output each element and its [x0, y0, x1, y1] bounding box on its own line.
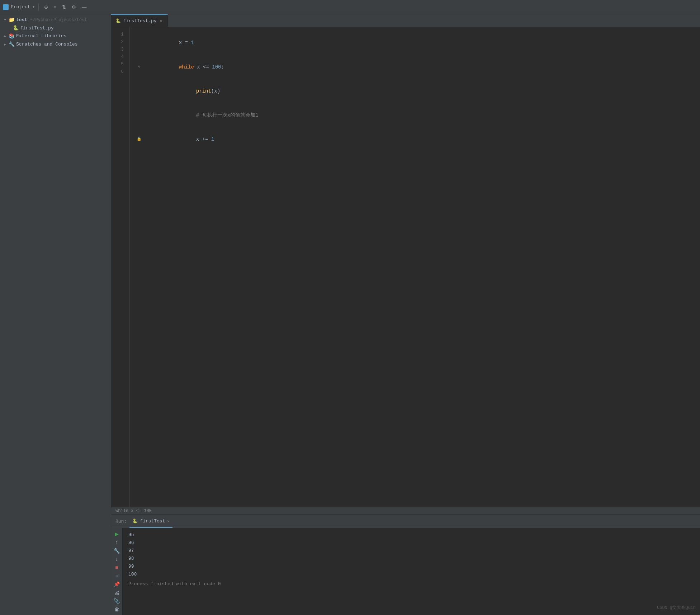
run-trash-btn[interactable]: 🗑	[112, 606, 122, 613]
code-text-1: x = 1	[143, 31, 194, 55]
run-scroll-down-btn[interactable]: ↓	[112, 555, 122, 562]
tab-close-btn[interactable]: ✕	[159, 18, 164, 24]
line-num-2: 2	[111, 38, 127, 46]
sidebar: ▼ 📁 test ~/PycharmProjects/test 🐍 firstT…	[0, 14, 111, 615]
var-x-5: x	[196, 136, 199, 142]
editor-tab-firsttest[interactable]: 🐍 firstTest.py ✕	[111, 14, 168, 27]
settings-btn[interactable]: ⚙	[70, 3, 78, 11]
run-label: Run:	[115, 519, 127, 524]
run-wrench-btn[interactable]: 🔧	[112, 547, 122, 554]
run-wrap-btn[interactable]: ≡	[112, 572, 122, 579]
num-1: 1	[191, 40, 194, 46]
sidebar-scratches-label: Scratches and Consoles	[16, 42, 78, 47]
run-pin-btn[interactable]: 📌	[112, 581, 122, 587]
op-pluseq: +=	[199, 136, 211, 142]
var-x: x	[179, 40, 182, 46]
navigate-btn[interactable]: ⊕	[42, 3, 50, 11]
code-editor[interactable]: 1 2 3 4 5 6 x = 1 ▽	[111, 27, 700, 507]
sidebar-folder-name: test	[16, 17, 27, 23]
comment-4: # 每执行一次x的值就会加1	[196, 112, 259, 118]
run-tab-firsttest[interactable]: 🐍 firstTest ✕	[129, 515, 172, 528]
project-dropdown-arrow[interactable]: ▼	[33, 5, 35, 9]
code-text-5: x += 1	[143, 127, 214, 151]
num-1-5: 1	[211, 136, 214, 142]
output-line-99: 99	[128, 563, 694, 571]
code-text-4: # 每执行一次x的值就会加1	[143, 103, 258, 127]
watermark: CSDN @文大奇Quin	[657, 605, 696, 611]
op-colon: :	[221, 64, 224, 70]
sidebar-item-test-folder[interactable]: ▼ 📁 test ~/PycharmProjects/test	[0, 16, 111, 24]
run-play-btn[interactable]: ▶	[112, 530, 122, 537]
tab-label: firstTest.py	[123, 18, 157, 24]
folder-icon: 📁	[9, 17, 15, 23]
code-line-5: 🔒 x += 1	[136, 127, 700, 151]
library-icon: 📚	[9, 33, 15, 39]
code-line-3: print(x)	[136, 79, 700, 103]
line-num-6: 6	[111, 68, 127, 76]
hierarchy-btn[interactable]: ⇅	[60, 3, 68, 11]
sidebar-libs-label: External Libraries	[16, 33, 66, 39]
run-panel: Run: 🐍 firstTest ✕ ▶ ↑ 🔧 ↓ ■ ≡ 📌 🖨	[111, 515, 700, 615]
top-toolbar: Project ▼ ⊕ ≡ ⇅ ⚙ —	[0, 0, 700, 14]
code-text-3: print(x)	[143, 79, 220, 103]
op-space: x <=	[194, 64, 212, 70]
chevron-down-icon: ▼	[3, 18, 7, 22]
chevron-right-icon: ▶	[3, 34, 7, 38]
code-content[interactable]: x = 1 ▽ while x <= 100: print(x)	[130, 27, 700, 507]
chevron-right-icon-2: ▶	[3, 42, 7, 47]
code-line-1: x = 1	[136, 31, 700, 55]
code-text-6	[143, 151, 146, 159]
output-line-96: 96	[128, 539, 694, 547]
sidebar-folder-path: ~/PycharmProjects/test	[30, 18, 87, 23]
num-100: 100	[212, 64, 221, 70]
line-num-3: 3	[111, 46, 127, 53]
run-tab-python-icon: 🐍	[132, 518, 138, 524]
kw-while: while	[179, 64, 194, 70]
project-label: Project	[11, 4, 30, 10]
fn-print: print	[196, 88, 211, 94]
code-line-2: ▽ while x <= 100:	[136, 55, 700, 79]
sidebar-item-external-libs[interactable]: ▶ 📚 External Libraries	[0, 32, 111, 40]
run-scroll-up-btn[interactable]: ↑	[112, 539, 122, 545]
status-text: while x <= 100	[115, 508, 152, 513]
editor-area: 🐍 firstTest.py ✕ 1 2 3 4 5 6 x = 1	[111, 14, 700, 615]
run-content-area: ▶ ↑ 🔧 ↓ ■ ≡ 📌 🖨 📎 🗑 95 96 97 98	[111, 528, 700, 615]
output-line-97: 97	[128, 547, 694, 555]
code-text-2: while x <= 100:	[143, 55, 224, 79]
run-stop-btn[interactable]: ■	[112, 564, 122, 571]
run-header: Run: 🐍 firstTest ✕	[111, 515, 700, 528]
line-num-5: 5	[111, 61, 127, 68]
output-line-100: 100	[128, 571, 694, 578]
run-tab-name: firstTest	[140, 518, 165, 524]
run-tab-close-btn[interactable]: ✕	[167, 519, 170, 524]
code-line-4: # 每执行一次x的值就会加1	[136, 103, 700, 127]
structure-btn[interactable]: ≡	[52, 3, 58, 11]
sidebar-file-name: firstTest.py	[20, 25, 54, 31]
output-line-98: 98	[128, 555, 694, 563]
paren-open-3: (	[211, 88, 214, 94]
exit-message: Process finished with exit code 0	[128, 580, 694, 588]
op-assign: =	[182, 40, 191, 46]
code-line-6	[136, 151, 700, 159]
python-file-icon: 🐍	[13, 25, 19, 31]
run-toolbar: ▶ ↑ 🔧 ↓ ■ ≡ 📌 🖨 📎 🗑	[111, 528, 123, 615]
run-print-btn[interactable]: 🖨	[112, 589, 122, 596]
tab-python-icon: 🐍	[115, 18, 121, 24]
gutter-5: 🔒	[136, 136, 143, 142]
line-num-4: 4	[111, 53, 127, 61]
gutter-2: ▽	[136, 64, 143, 70]
line-num-1: 1	[111, 31, 127, 38]
project-icon	[3, 4, 9, 10]
run-output: 95 96 97 98 99 100 Process finished with…	[123, 528, 700, 615]
minimize-btn[interactable]: —	[80, 3, 88, 11]
sidebar-item-scratches[interactable]: ▶ 🔧 Scratches and Consoles	[0, 40, 111, 48]
output-line-95: 95	[128, 531, 694, 539]
run-pin2-btn[interactable]: 📎	[112, 597, 122, 604]
editor-status-bar: while x <= 100	[111, 507, 700, 515]
paren-close-3: )	[217, 88, 220, 94]
scratch-icon: 🔧	[9, 41, 15, 47]
tab-bar: 🐍 firstTest.py ✕	[111, 14, 700, 27]
line-numbers: 1 2 3 4 5 6	[111, 27, 130, 507]
main-area: ▼ 📁 test ~/PycharmProjects/test 🐍 firstT…	[0, 14, 700, 615]
sidebar-item-firsttest[interactable]: 🐍 firstTest.py	[0, 24, 111, 32]
